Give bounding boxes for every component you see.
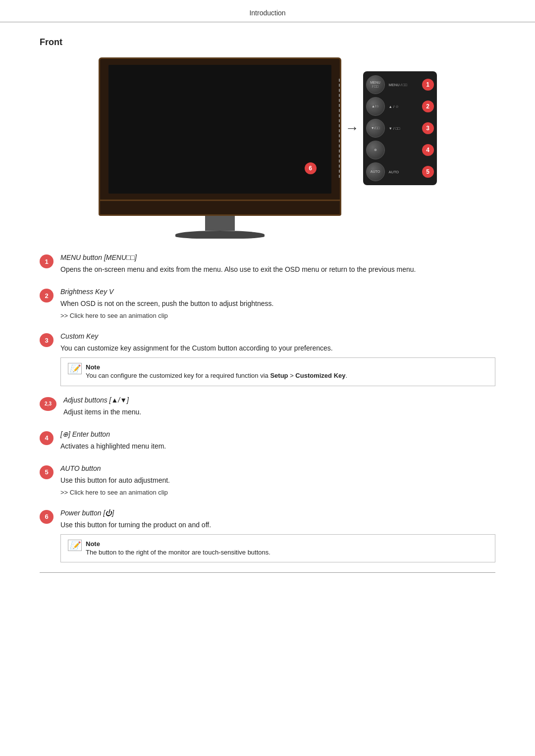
desc-text-3: You can customize key assignment for the… [60, 343, 495, 353]
desc-content-2: Brightness Key V When OSD is not on the … [60, 288, 495, 322]
desc-content-1: MENU button [MENU□□] Opens the on-screen… [60, 253, 495, 278]
panel-label-up: ▲ / ☆ [389, 104, 416, 109]
side-panel: MENU/ □□ MENU / □□ 1 ▲/☆ ▲ / ☆ 2 ▼/□ [363, 71, 437, 185]
desc-text-5: Use this button for auto adjustment. [60, 475, 495, 486]
badge-6-monitor: 6 [305, 162, 317, 174]
badge-num-2: 2 [40, 289, 54, 302]
description-list: 1 MENU button [MENU□□] Opens the on-scre… [40, 253, 495, 562]
desc-text-1: Opens the on-screen menu and exits from … [60, 264, 495, 275]
note-label-6: Note [86, 540, 100, 548]
badge-1: 1 [422, 79, 434, 91]
monitor-neck [205, 216, 235, 231]
panel-btn-auto: AUTO [366, 162, 385, 181]
desc-title-6: Power button [⏻] [60, 509, 495, 517]
note-content-3: Note You can configure the customized ke… [86, 363, 347, 381]
panel-row-4: ⊕ 4 [366, 141, 434, 159]
desc-title-2: Brightness Key V [60, 288, 495, 296]
badge-num-6: 6 [40, 510, 54, 524]
desc-text-6: Use this button for turning the product … [60, 520, 495, 530]
desc-content-23: Adjust buttons [▲/▼] Adjust items in the… [63, 396, 495, 420]
section-title: Front [40, 37, 495, 48]
panel-label-auto: AUTO [389, 170, 416, 174]
desc-text-23: Adjust items in the menu. [63, 407, 495, 417]
desc-title-3: Custom Key [60, 332, 495, 340]
monitor-illustration: 6 → MENU/ □□ MENU / □□ 1 ▲/☆ [40, 57, 495, 239]
page-header: Introduction [0, 0, 535, 22]
dashed-line [339, 79, 340, 178]
desc-content-5: AUTO button Use this button for auto adj… [60, 464, 495, 499]
panel-btn-up: ▲/☆ [366, 97, 385, 116]
note-text-6: The button to the right of the monitor a… [86, 548, 270, 557]
desc-text-4: Activates a highlighted menu item. [60, 441, 495, 452]
arrow-connector: → [345, 120, 359, 136]
note-icon-3: 📝 [68, 363, 82, 374]
panel-label-down: ▼ / □□ [389, 126, 416, 131]
badge-num-1: 1 [40, 254, 54, 268]
monitor-body: 6 [99, 57, 341, 239]
panel-row-1: MENU/ □□ MENU / □□ 1 [366, 75, 434, 94]
desc-text-2: When OSD is not on the screen, push the … [60, 299, 495, 309]
desc-item-23: 2,3 Adjust buttons [▲/▼] Adjust items in… [40, 396, 495, 420]
desc-content-4: [⊕] Enter button Activates a highlighted… [60, 430, 495, 454]
note-box-3: 📝 Note You can configure the customized … [60, 357, 495, 386]
desc-item-4: 4 [⊕] Enter button Activates a highlight… [40, 430, 495, 454]
desc-link-5[interactable]: >> Click here to see an animation clip [60, 489, 495, 496]
panel-row-2: ▲/☆ ▲ / ☆ 2 [366, 97, 434, 116]
desc-item-3: 3 Custom Key You can customize key assig… [40, 332, 495, 386]
panel-btn-down: ▼/□□ [366, 119, 385, 138]
note-icon-6: 📝 [68, 540, 82, 551]
page-content: Front 6 → MENU/ □□ [0, 22, 535, 598]
badge-4: 4 [422, 144, 434, 156]
desc-title-23: Adjust buttons [▲/▼] [63, 396, 495, 404]
header-title: Introduction [249, 9, 285, 17]
page-footer [40, 572, 495, 578]
desc-item-1: 1 MENU button [MENU□□] Opens the on-scre… [40, 253, 495, 278]
note-label-3: Note [86, 363, 100, 371]
desc-item-2: 2 Brightness Key V When OSD is not on th… [40, 288, 495, 322]
desc-title-1: MENU button [MENU□□] [60, 253, 495, 261]
side-panel-wrapper: MENU/ □□ MENU / □□ 1 ▲/☆ ▲ / ☆ 2 ▼/□ [363, 71, 437, 185]
monitor-screen-inner [108, 65, 331, 194]
note-content-6: Note The button to the right of the moni… [86, 540, 270, 557]
badge-3: 3 [422, 122, 434, 134]
monitor-bezel-bottom [99, 201, 341, 216]
monitor-screen-outer [99, 57, 341, 201]
desc-title-4: [⊕] Enter button [60, 430, 495, 438]
desc-content-3: Custom Key You can customize key assignm… [60, 332, 495, 386]
desc-link-2[interactable]: >> Click here to see an animation clip [60, 312, 495, 319]
badge-5: 5 [422, 166, 434, 178]
desc-item-5: 5 AUTO button Use this button for auto a… [40, 464, 495, 499]
panel-btn-menu: MENU/ □□ [366, 75, 385, 94]
panel-label-menu: MENU / □□ [389, 83, 416, 87]
monitor-base [175, 231, 265, 239]
badge-num-5: 5 [40, 465, 54, 479]
panel-row-5: AUTO AUTO 5 [366, 162, 434, 181]
note-box-6: 📝 Note The button to the right of the mo… [60, 534, 495, 563]
desc-title-5: AUTO button [60, 464, 495, 472]
badge-num-4: 4 [40, 431, 54, 445]
desc-item-6: 6 Power button [⏻] Use this button for t… [40, 509, 495, 563]
desc-content-6: Power button [⏻] Use this button for tur… [60, 509, 495, 563]
note-text-3: You can configure the customized key for… [86, 371, 347, 381]
badge-num-3: 3 [40, 333, 54, 347]
panel-btn-enter: ⊕ [366, 141, 385, 159]
panel-row-3: ▼/□□ ▼ / □□ 3 [366, 119, 434, 138]
badge-2: 2 [422, 101, 434, 112]
badge-num-23: 2,3 [40, 397, 56, 411]
